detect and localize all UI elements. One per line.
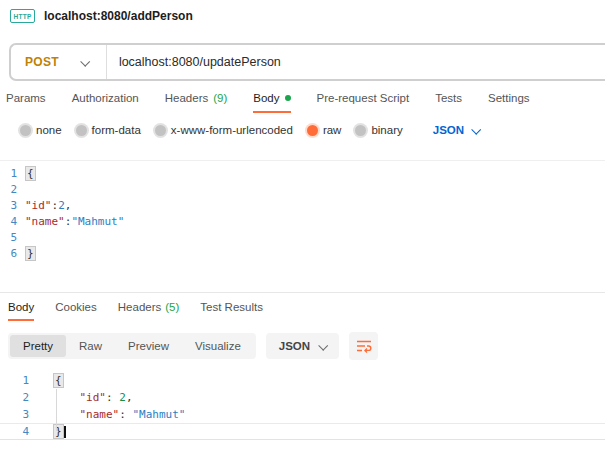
- language-label: JSON: [433, 124, 464, 136]
- code-token: "id": [80, 391, 107, 404]
- tab-authorization[interactable]: Authorization: [72, 92, 139, 111]
- code-text: "name": "Mahmut": [53, 408, 185, 421]
- code-line[interactable]: 2: [0, 181, 605, 197]
- response-tab-cookies[interactable]: Cookies: [55, 301, 97, 321]
- method-selector[interactable]: POST: [25, 55, 59, 69]
- tab-label: Headers: [118, 301, 161, 315]
- body-type-row: none form-data x-www-form-urlencoded raw…: [20, 124, 479, 136]
- view-pretty-button[interactable]: Pretty: [10, 335, 66, 357]
- code-token: ,: [126, 391, 133, 404]
- code-line[interactable]: 1{: [0, 372, 605, 389]
- tab-tests[interactable]: Tests: [435, 92, 462, 111]
- body-language-dropdown[interactable]: JSON: [433, 124, 479, 136]
- request-url-bar: POST localhost:8080/updatePerson: [9, 43, 605, 81]
- code-line[interactable]: 3 "name": "Mahmut": [0, 406, 605, 423]
- text-cursor: [64, 426, 66, 438]
- radio-icon[interactable]: [76, 125, 87, 136]
- radio-form-data[interactable]: form-data: [76, 124, 141, 136]
- line-number: 1: [0, 167, 17, 180]
- tab-settings[interactable]: Settings: [488, 92, 530, 111]
- tab-label: Cookies: [55, 301, 97, 315]
- code-text: {: [53, 374, 64, 387]
- response-body-editor[interactable]: 1{2 "id": 2,3 "name": "Mahmut"4}: [0, 368, 605, 459]
- request-body-editor[interactable]: 1{23"id":2,4"name":"Mahmut"56}: [0, 160, 605, 293]
- line-number: 6: [0, 247, 17, 260]
- code-token: }: [53, 424, 64, 439]
- code-token: "name": [80, 408, 120, 421]
- response-toolbar: Pretty Raw Preview Visualize JSON: [8, 332, 378, 360]
- code-text: "name":"Mahmut": [25, 215, 124, 228]
- view-raw-button[interactable]: Raw: [66, 335, 115, 357]
- tab-body[interactable]: Body: [253, 92, 290, 113]
- code-line[interactable]: 5: [0, 229, 605, 245]
- code-token: ,: [65, 199, 72, 212]
- line-number: 4: [0, 425, 29, 438]
- code-text: }: [25, 247, 36, 260]
- line-number: 3: [0, 199, 17, 212]
- tab-label: Headers: [165, 92, 208, 104]
- body-has-content-dot: [285, 95, 291, 101]
- request-tab-title: localhost:8080/addPerson: [44, 9, 193, 23]
- line-number: 3: [0, 408, 29, 421]
- indent-guide: [56, 389, 57, 431]
- radio-icon[interactable]: [155, 125, 166, 136]
- language-label: JSON: [279, 340, 310, 352]
- response-tab-body[interactable]: Body: [8, 301, 34, 321]
- tab-label: Tests: [435, 92, 462, 104]
- response-tab-test-results[interactable]: Test Results: [200, 301, 263, 321]
- tab-label: Body: [253, 92, 279, 104]
- code-token: "Mahmut": [133, 408, 186, 421]
- response-language-dropdown[interactable]: JSON: [266, 333, 339, 359]
- divider: [106, 45, 107, 79]
- code-line[interactable]: 3"id":2,: [0, 197, 605, 213]
- code-token: :: [119, 408, 132, 421]
- radio-binary[interactable]: binary: [355, 124, 402, 136]
- code-text: {: [25, 167, 36, 180]
- code-token: "name": [25, 215, 65, 228]
- wrap-lines-icon: [356, 339, 372, 353]
- tab-label: Params: [6, 92, 46, 104]
- code-token: {: [53, 373, 64, 388]
- headers-count-badge: (9): [213, 92, 227, 104]
- tab-headers[interactable]: Headers(9): [165, 92, 228, 111]
- code-token: "id": [25, 199, 52, 212]
- line-number: 1: [0, 374, 29, 387]
- code-line[interactable]: 2 "id": 2,: [0, 389, 605, 406]
- radio-icon[interactable]: [307, 125, 318, 136]
- radio-label: binary: [371, 124, 402, 136]
- radio-none[interactable]: none: [20, 124, 62, 136]
- radio-x-www-form-urlencoded[interactable]: x-www-form-urlencoded: [155, 124, 293, 136]
- response-tabs: Body Cookies Headers(5) Test Results: [8, 301, 263, 321]
- code-text: }: [53, 425, 66, 438]
- view-preview-button[interactable]: Preview: [115, 335, 182, 357]
- tab-label: Test Results: [200, 301, 263, 315]
- response-tab-headers[interactable]: Headers(5): [118, 301, 180, 321]
- code-token: {: [25, 166, 36, 181]
- view-visualize-button[interactable]: Visualize: [182, 335, 254, 357]
- request-tab-header[interactable]: HTTP localhost:8080/addPerson: [10, 7, 193, 25]
- tab-label: Authorization: [72, 92, 139, 104]
- tab-label: Settings: [488, 92, 530, 104]
- radio-label: raw: [323, 124, 342, 136]
- code-line[interactable]: 4}: [0, 423, 605, 440]
- code-text: "id":2,: [25, 199, 71, 212]
- line-number: 4: [0, 215, 17, 228]
- radio-raw[interactable]: raw: [307, 124, 342, 136]
- tab-params[interactable]: Params: [6, 92, 46, 111]
- wrap-lines-button[interactable]: [349, 332, 378, 360]
- code-token: 2: [58, 199, 65, 212]
- chevron-down-icon[interactable]: [80, 56, 90, 66]
- tab-pre-request-script[interactable]: Pre-request Script: [317, 92, 410, 111]
- response-view-group: Pretty Raw Preview Visualize: [8, 333, 256, 359]
- code-line[interactable]: 1{: [0, 165, 605, 181]
- radio-icon[interactable]: [355, 125, 366, 136]
- code-token: "Mahmut": [71, 215, 124, 228]
- url-input[interactable]: localhost:8080/updatePerson: [119, 55, 281, 69]
- radio-icon[interactable]: [20, 125, 31, 136]
- tab-label: Body: [8, 301, 34, 313]
- code-line[interactable]: 4"name":"Mahmut": [0, 213, 605, 229]
- code-token: }: [25, 246, 36, 261]
- radio-label: none: [36, 124, 62, 136]
- code-token: 2: [119, 391, 126, 404]
- code-line[interactable]: 6}: [0, 245, 605, 261]
